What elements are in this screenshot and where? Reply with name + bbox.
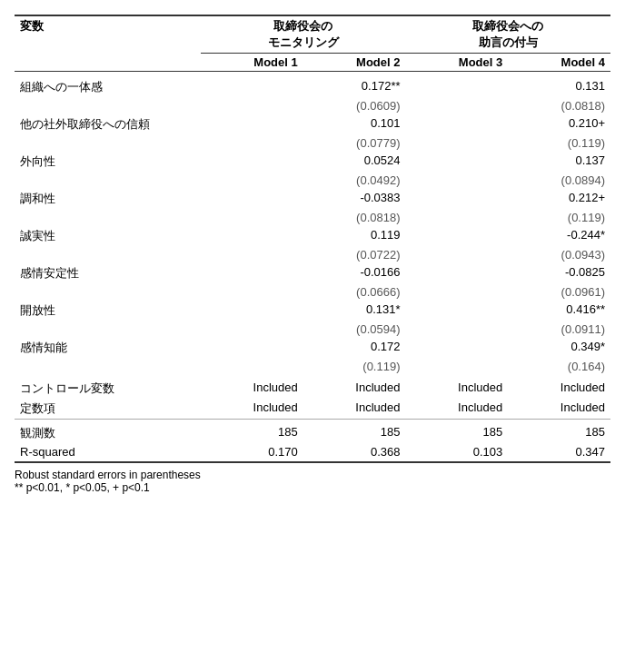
- group2-header: 取締役会への助言の付与: [406, 15, 611, 54]
- table-row-se: (0.0666) (0.0961): [15, 283, 610, 301]
- model1-header: Model 1: [201, 54, 303, 72]
- footnote-line2: ** p<0.01, * p<0.05, + p<0.1: [15, 481, 610, 494]
- footnote-area: Robust standard errors in parentheses **…: [15, 469, 610, 494]
- table-row-se: (0.0722) (0.0943): [15, 246, 610, 263]
- table-row: 開放性 0.131* 0.416**: [15, 301, 610, 321]
- table-row: 組織への一体感 0.172** 0.131: [15, 77, 610, 97]
- model4-header: Model 4: [508, 54, 610, 72]
- model2-header: Model 2: [303, 54, 406, 72]
- m2-val: 0.172**: [303, 77, 406, 97]
- table-row-se: (0.0818) (0.119): [15, 209, 610, 226]
- table-row-se: (0.119) (0.164): [15, 358, 610, 375]
- table-row: 他の社外取締役への信頼 0.101 0.210+: [15, 114, 610, 134]
- table-row: 感情知能 0.172 0.349*: [15, 338, 610, 358]
- rsq-row: R-squared 0.170 0.368 0.103 0.347: [15, 443, 610, 460]
- row-label: 組織への一体感: [15, 77, 201, 97]
- obs-row: 観測数 185 185 185 185: [15, 423, 610, 443]
- table-row: 調和性 -0.0383 0.212+: [15, 189, 610, 209]
- m3-val: [406, 77, 509, 97]
- control-row: コントロール変数 Included Included Included Incl…: [15, 379, 610, 399]
- variable-header: 変数: [15, 15, 201, 54]
- constant-row: 定数項 Included Included Included Included: [15, 399, 610, 420]
- group1-header: 取締役会のモニタリング: [201, 15, 406, 54]
- table-row-se: (0.0492) (0.0894): [15, 172, 610, 189]
- table-row: 感情安定性 -0.0166 -0.0825: [15, 263, 610, 283]
- model3-header: Model 3: [406, 54, 509, 72]
- m1-val: [201, 77, 303, 97]
- footnote-line1: Robust standard errors in parentheses: [15, 469, 610, 481]
- m4-val: 0.131: [508, 77, 610, 97]
- table-row-se: (0.0594) (0.0911): [15, 321, 610, 338]
- table-row: 外向性 0.0524 0.137: [15, 152, 610, 172]
- regression-table: 変数 取締役会のモニタリング 取締役会への助言の付与 Model 1 Model…: [15, 15, 610, 494]
- table-row-se: (0.0609) (0.0818): [15, 97, 610, 114]
- table-row: 誠実性 0.119 -0.244*: [15, 226, 610, 246]
- table-row-se: (0.0779) (0.119): [15, 134, 610, 152]
